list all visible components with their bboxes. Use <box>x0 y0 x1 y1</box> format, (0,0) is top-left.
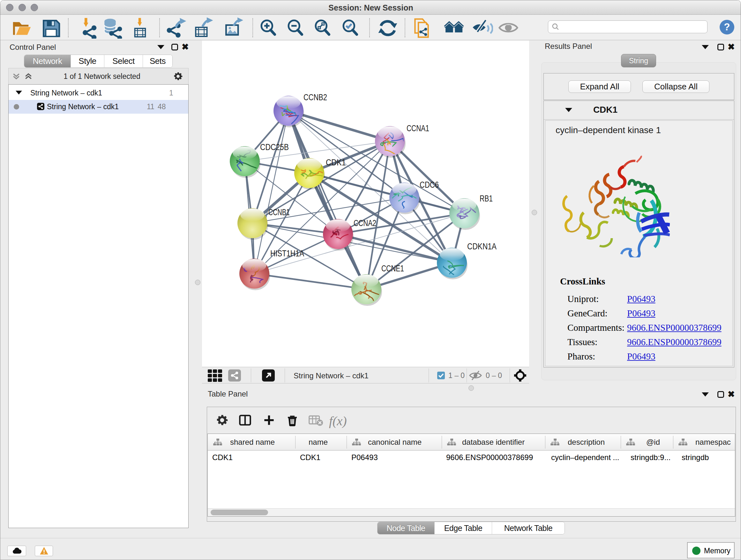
svg-text:CCNA2: CCNA2 <box>354 219 376 228</box>
svg-text:HIST1H1A: HIST1H1A <box>270 249 304 258</box>
svg-text:CCNA1: CCNA1 <box>407 124 429 133</box>
svg-text:CCNB1: CCNB1 <box>268 207 290 217</box>
svg-text:CDKN1A: CDKN1A <box>467 242 496 251</box>
svg-text:CCNE1: CCNE1 <box>381 264 404 273</box>
svg-text:CDC6: CDC6 <box>420 180 439 190</box>
svg-text:RB1: RB1 <box>480 194 493 203</box>
svg-text:CDC25B: CDC25B <box>260 142 289 152</box>
svg-text:CCNB2: CCNB2 <box>304 92 327 102</box>
svg-text:CDK1: CDK1 <box>326 158 346 167</box>
